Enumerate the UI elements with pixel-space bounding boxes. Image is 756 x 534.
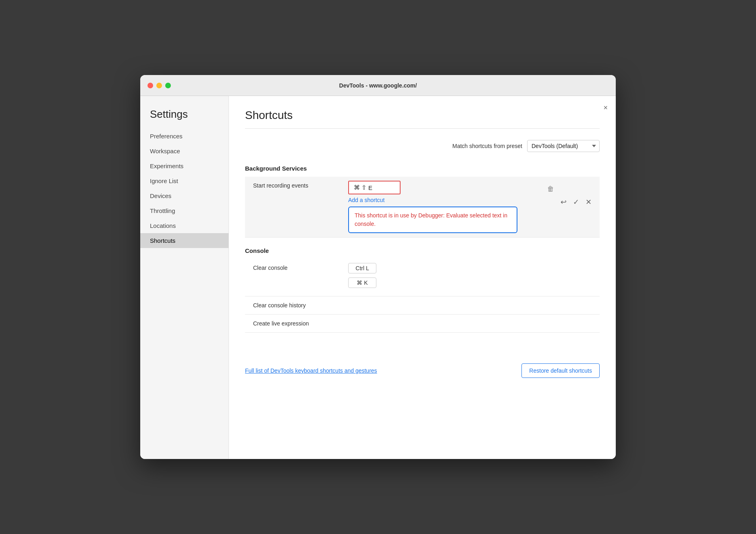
console-title: Console (245, 247, 600, 254)
sidebar-item-throttling[interactable]: Throttling (140, 203, 228, 218)
shortcut-keys-cell: ⌘ ⇧ E Add a shortcut This shortcut is in… (342, 177, 539, 238)
shortcut-keys-cell (342, 296, 543, 315)
footer-row: Full list of DevTools keyboard shortcuts… (245, 357, 600, 378)
shortcut-name: Create live expression (245, 315, 342, 333)
preset-row: Match shortcuts from preset DevTools (De… (245, 140, 600, 152)
shortcut-name: Clear console history (245, 296, 342, 315)
preset-select[interactable]: DevTools (Default) Visual Studio Code (527, 140, 600, 152)
restore-defaults-button[interactable]: Restore default shortcuts (521, 363, 600, 378)
key-badge: Ctrl L (348, 263, 376, 273)
close-panel-button[interactable]: × (603, 104, 608, 111)
shortcut-keys-cell: Ctrl L ⌘ K (342, 259, 543, 296)
sidebar-item-shortcuts[interactable]: Shortcuts (140, 233, 228, 248)
window-controls (147, 83, 171, 88)
shortcut-actions: 🗑 ↩ ✓ ✕ (539, 177, 600, 238)
main-panel: × Shortcuts Match shortcuts from preset … (229, 96, 616, 459)
sidebar-item-ignore-list[interactable]: Ignore List (140, 173, 228, 188)
window-title: DevTools - www.google.com/ (339, 82, 417, 89)
shift-symbol: ⇧ (361, 184, 367, 191)
shortcut-actions (543, 259, 600, 296)
delete-shortcut-button[interactable]: 🗑 (546, 184, 556, 194)
background-services-table: Start recording events ⌘ ⇧ E Add a short… (245, 177, 600, 238)
add-shortcut-link[interactable]: Add a shortcut (348, 197, 533, 203)
sidebar-item-experiments[interactable]: Experiments (140, 159, 228, 173)
shortcut-name: Clear console (245, 259, 342, 296)
table-row: Clear console history (245, 296, 600, 315)
confirm-shortcut-button[interactable]: ✓ (571, 197, 581, 207)
full-list-link[interactable]: Full list of DevTools keyboard shortcuts… (245, 367, 377, 374)
sidebar-item-workspace[interactable]: Workspace (140, 144, 228, 159)
shortcut-actions (543, 315, 600, 333)
key-input-wrapper: ⌘ ⇧ E Add a shortcut This shortcut is in… (348, 181, 533, 233)
shortcut-input-box[interactable]: ⌘ ⇧ E (348, 181, 401, 194)
console-table: Clear console Ctrl L ⌘ K (245, 259, 600, 333)
key-row: ⌘ K (348, 277, 537, 290)
devtools-window: DevTools - www.google.com/ Settings Pref… (140, 75, 616, 459)
console-section: Console Clear console Ctrl L (245, 247, 600, 333)
key-badge: ⌘ K (348, 277, 376, 288)
action-icons-row: 🗑 ↩ ✓ ✕ (546, 181, 593, 207)
cmd-symbol: ⌘ (354, 184, 360, 191)
sidebar-title: Settings (140, 108, 228, 129)
sidebar: Settings Preferences Workspace Experimen… (140, 96, 229, 459)
background-services-section: Background Services Start recording even… (245, 165, 600, 238)
keys-wrapper: Ctrl L ⌘ K (348, 263, 537, 292)
minimize-window-button[interactable] (156, 83, 162, 88)
page-title: Shortcuts (245, 109, 600, 122)
cancel-shortcut-button[interactable]: ✕ (584, 197, 593, 207)
maximize-window-button[interactable] (165, 83, 171, 88)
key-row: Ctrl L (348, 263, 537, 276)
sidebar-item-devices[interactable]: Devices (140, 188, 228, 203)
sidebar-item-preferences[interactable]: Preferences (140, 129, 228, 144)
shortcut-name: Start recording events (245, 177, 342, 238)
table-row: Clear console Ctrl L ⌘ K (245, 259, 600, 296)
content-area: Settings Preferences Workspace Experimen… (140, 96, 616, 459)
shortcut-actions (543, 296, 600, 315)
title-divider (245, 128, 600, 129)
background-services-title: Background Services (245, 165, 600, 172)
titlebar: DevTools - www.google.com/ (140, 75, 616, 96)
table-row: Start recording events ⌘ ⇧ E Add a short… (245, 177, 600, 238)
table-row: Create live expression (245, 315, 600, 333)
key-letter: E (368, 184, 372, 191)
close-window-button[interactable] (147, 83, 153, 88)
sidebar-item-locations[interactable]: Locations (140, 218, 228, 233)
error-tooltip: This shortcut is in use by Debugger: Eva… (348, 207, 517, 233)
undo-shortcut-button[interactable]: ↩ (559, 197, 568, 207)
error-text: This shortcut is in use by Debugger: Eva… (355, 212, 507, 227)
preset-label: Match shortcuts from preset (452, 143, 522, 149)
shortcut-keys-cell (342, 315, 543, 333)
